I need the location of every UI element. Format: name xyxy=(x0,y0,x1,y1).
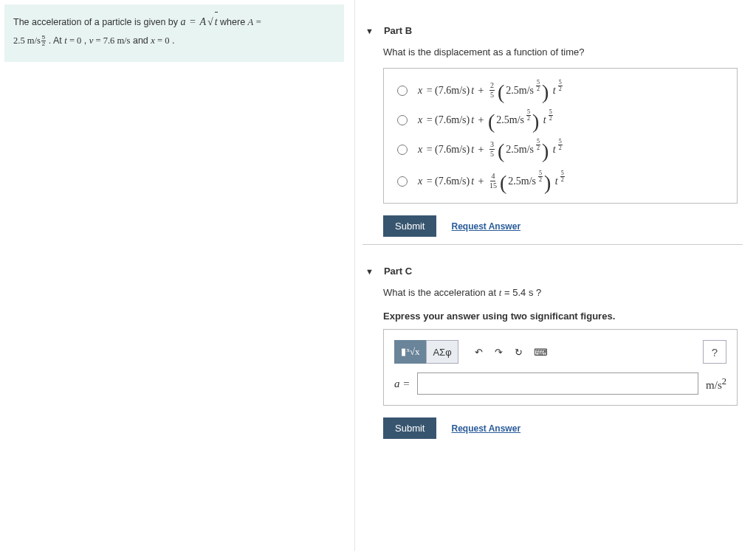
undo-button[interactable]: ↶ xyxy=(468,340,489,364)
templates-button[interactable]: ▮x√x xyxy=(394,340,427,364)
A-value: 2.5 m/s xyxy=(13,35,41,46)
choice-4[interactable]: x = (7.6m/s)t + 415 (2.5m/s52) t52 xyxy=(384,165,737,197)
choice-3-radio[interactable] xyxy=(397,145,408,155)
answer-input-row: a = m/s2 xyxy=(394,372,726,395)
part-b-title: Part B xyxy=(384,25,412,36)
choice-3-formula: x = (7.6m/s)t + 35 (2.5m/s52) t52 xyxy=(418,141,563,158)
part-c-answer-box: ▮x√x ΑΣφ ↶ ↷ ↻ ⌨ ? a = m/s2 xyxy=(383,329,738,406)
part-b-header[interactable]: ▼ Part B xyxy=(362,7,743,45)
choice-1[interactable]: x = (7.6m/s)t + 25 (2.5m/s52) t52 xyxy=(384,74,737,106)
choice-4-formula: x = (7.6m/s)t + 415 (2.5m/s52) t52 xyxy=(418,173,565,190)
greek-button[interactable]: ΑΣφ xyxy=(426,340,458,364)
answer-area: ▼ Part B What is the displacement as a f… xyxy=(354,0,750,551)
part-c-header[interactable]: ▼ Part C xyxy=(362,244,743,285)
choice-2-radio[interactable] xyxy=(397,115,408,125)
problem-statement: The acceleration of a particle is given … xyxy=(4,4,344,62)
part-c-instruction: Express your answer using two significan… xyxy=(362,309,743,329)
problem-where: where xyxy=(220,17,248,27)
part-c-question: What is the acceleration at t = 5.4 s ? xyxy=(362,285,743,309)
answer-unit: m/s2 xyxy=(706,376,726,392)
part-c-submit-button[interactable]: Submit xyxy=(383,417,436,439)
part-b-actions: Submit Request Answer xyxy=(383,215,743,237)
help-button[interactable]: ? xyxy=(703,340,726,364)
reset-button[interactable]: ↻ xyxy=(508,340,529,364)
choice-1-formula: x = (7.6m/s)t + 25 (2.5m/s52) t52 xyxy=(418,82,563,99)
keyboard-button[interactable]: ⌨ xyxy=(528,340,553,364)
part-c-request-answer-link[interactable]: Request Answer xyxy=(451,423,520,434)
templates-icon: ▮x√x xyxy=(401,346,419,358)
formula-toolbar: ▮x√x ΑΣφ ↶ ↷ ↻ ⌨ ? xyxy=(394,340,726,364)
problem-cont: . At xyxy=(49,35,65,46)
choice-2[interactable]: x = (7.6m/s)t + (2.5m/s52) t52 xyxy=(384,106,737,134)
problem-text-1: The acceleration of a particle is given … xyxy=(13,17,181,27)
part-b-submit-button[interactable]: Submit xyxy=(383,215,436,237)
part-b-request-answer-link[interactable]: Request Answer xyxy=(451,221,520,232)
part-c-actions: Submit Request Answer xyxy=(383,417,743,439)
choice-4-radio[interactable] xyxy=(397,176,408,187)
part-b-question: What is the displacement as a function o… xyxy=(362,45,743,68)
answer-input[interactable] xyxy=(417,372,698,395)
part-c-title: Part C xyxy=(384,266,412,277)
choice-3[interactable]: x = (7.6m/s)t + 35 (2.5m/s52) t52 xyxy=(384,134,737,165)
choice-1-radio[interactable] xyxy=(397,86,408,96)
collapse-icon: ▼ xyxy=(365,267,374,276)
collapse-icon: ▼ xyxy=(365,27,374,35)
choice-2-formula: x = (7.6m/s)t + (2.5m/s52) t52 xyxy=(418,114,553,126)
redo-button[interactable]: ↷ xyxy=(488,340,509,364)
answer-lhs: a = xyxy=(394,378,410,390)
part-b-choices: x = (7.6m/s)t + 25 (2.5m/s52) t52 x = (7… xyxy=(383,68,738,204)
formula-a: a xyxy=(181,13,186,32)
